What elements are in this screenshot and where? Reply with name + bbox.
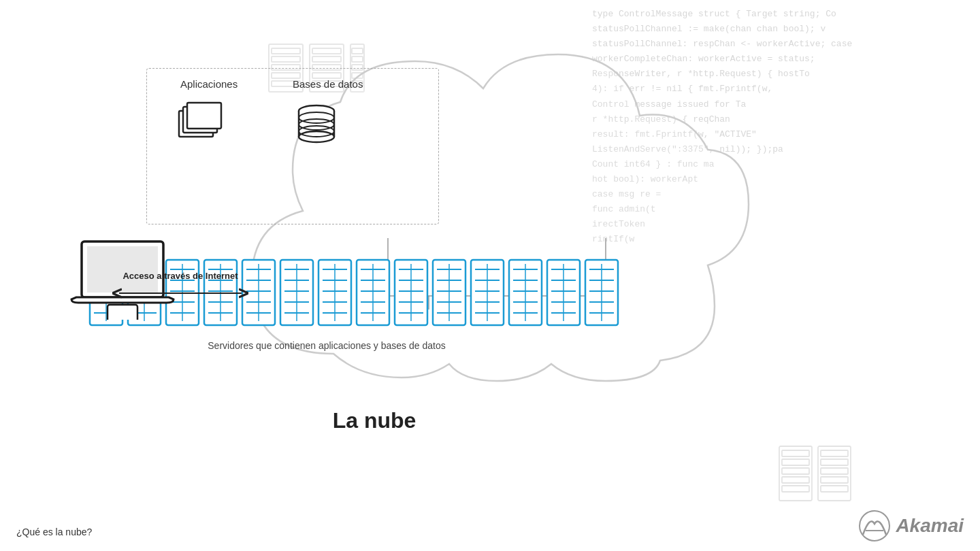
svg-rect-205 <box>108 305 137 320</box>
server-unit <box>431 258 467 329</box>
app-icon <box>174 99 228 156</box>
databases-label: Bases de datos <box>293 78 363 90</box>
svg-rect-210 <box>782 468 809 474</box>
server-unit <box>355 258 391 329</box>
svg-rect-211 <box>782 477 809 483</box>
server-unit <box>546 258 581 329</box>
akamai-logo: Akamai <box>858 509 964 543</box>
svg-point-219 <box>860 511 889 541</box>
bottom-left-label: ¿Qué es la nube? <box>16 527 92 537</box>
svg-rect-215 <box>821 459 848 465</box>
svg-rect-207 <box>779 446 812 501</box>
server-label: Servidores que contienen aplicaciones y … <box>88 340 565 351</box>
svg-rect-218 <box>821 486 848 492</box>
database-icon <box>289 99 344 156</box>
arrow-label: Acceso a través de Internet <box>112 271 248 303</box>
server-unit <box>470 258 505 329</box>
server-unit <box>317 258 353 329</box>
akamai-text: Akamai <box>896 515 964 537</box>
svg-rect-26 <box>187 103 221 129</box>
svg-rect-212 <box>782 486 809 492</box>
svg-rect-213 <box>818 446 851 501</box>
svg-rect-209 <box>782 459 809 465</box>
svg-rect-216 <box>821 468 848 474</box>
svg-rect-214 <box>821 450 848 456</box>
server-unit <box>508 258 543 329</box>
arrow-text: Acceso a través de Internet <box>122 271 238 281</box>
cloud-title: La nube <box>0 408 749 433</box>
main-content: type ControlMessage struct { Target stri… <box>0 0 980 551</box>
server-unit <box>279 258 314 329</box>
server-unit <box>393 258 429 329</box>
ghost-servers-bottom-right <box>776 443 858 507</box>
server-unit <box>584 258 619 329</box>
svg-rect-208 <box>782 450 809 456</box>
svg-rect-217 <box>821 477 848 483</box>
applications-label: Aplicaciones <box>180 78 238 90</box>
